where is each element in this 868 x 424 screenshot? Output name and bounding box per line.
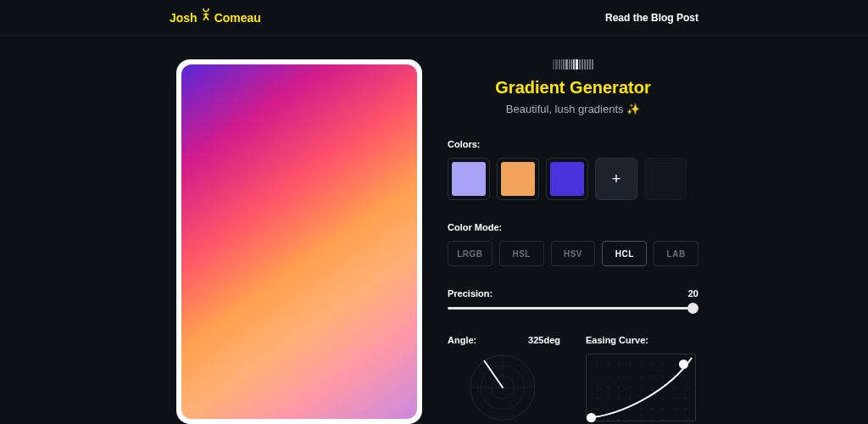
blog-post-link[interactable]: Read the Blog Post (605, 12, 698, 24)
controls-panel: Gradient Generator Beautiful, lush gradi… (448, 59, 868, 424)
curve-handle-2[interactable] (587, 413, 596, 422)
color-swatches: + (448, 158, 698, 200)
precision-label: Precision: 20 (448, 288, 698, 298)
colors-label: Colors: (448, 139, 698, 149)
logo-first: Josh (170, 11, 198, 25)
angle-dial[interactable] (448, 354, 558, 421)
mode-lrgb[interactable]: LRGB (448, 241, 492, 266)
precision-slider[interactable] (448, 307, 698, 310)
logo-person-icon (201, 8, 211, 23)
precision-value: 20 (688, 288, 698, 298)
angle-section: Angle: 325deg (448, 335, 560, 421)
easing-curve-editor[interactable] (586, 354, 696, 421)
mode-hcl[interactable]: HCL (602, 241, 647, 266)
sparkle-icon: ✨ (626, 103, 640, 115)
logo-last: Comeau (214, 11, 261, 25)
gradient-preview (181, 64, 417, 419)
gradient-preview-card (176, 59, 422, 424)
color-mode-tabs: LRGB HSL HSV HCL LAB (448, 241, 698, 266)
logo[interactable]: Josh Comeau (170, 10, 261, 25)
color-mode-label: Color Mode: (448, 222, 698, 232)
mode-hsl[interactable]: HSL (499, 241, 544, 266)
title-block: Gradient Generator Beautiful, lush gradi… (448, 59, 698, 115)
bottom-controls: Angle: 325deg Easing Curve: (448, 335, 698, 421)
easing-section: Easing Curve: (586, 335, 698, 421)
svg-line-6 (484, 361, 503, 388)
angle-value: 325deg (528, 335, 560, 345)
main: Gradient Generator Beautiful, lush gradi… (0, 36, 868, 424)
curve-handle-1[interactable] (679, 360, 688, 369)
color-swatch-1[interactable] (448, 158, 490, 200)
barcode-decoration-icon (448, 59, 698, 70)
color-swatch-3[interactable] (546, 158, 588, 200)
app-title: Gradient Generator (448, 78, 698, 98)
add-color-button[interactable]: + (595, 158, 637, 200)
color-swatch-empty (644, 158, 687, 200)
angle-label: Angle: 325deg (448, 335, 560, 345)
app-subtitle: Beautiful, lush gradients ✨ (448, 103, 698, 115)
slider-thumb[interactable] (687, 303, 698, 314)
plus-icon: + (612, 170, 621, 188)
mode-lab[interactable]: LAB (654, 241, 698, 266)
header: Josh Comeau Read the Blog Post (0, 0, 868, 36)
precision-section: Precision: 20 (448, 288, 698, 310)
easing-label: Easing Curve: (586, 335, 698, 345)
color-swatch-2[interactable] (497, 158, 539, 200)
mode-hsv[interactable]: HSV (551, 241, 596, 266)
